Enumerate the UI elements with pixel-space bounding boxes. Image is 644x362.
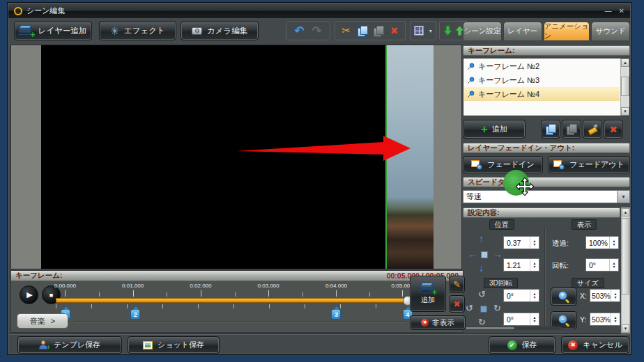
rotate-left-icon[interactable]: ↺ bbox=[466, 304, 473, 313]
keyframe-copy-button[interactable] bbox=[541, 120, 560, 139]
tab-layer[interactable]: レイヤー bbox=[503, 22, 542, 40]
redo-icon[interactable]: ↷ bbox=[312, 24, 322, 38]
move-center-icon[interactable] bbox=[481, 251, 488, 258]
settings-scrollbar[interactable]: ▲ ▼ bbox=[621, 207, 630, 333]
tab-animation[interactable]: アニメーション bbox=[544, 22, 590, 40]
template-save-button[interactable]: + テンプレ保存 bbox=[17, 336, 122, 354]
timeline-edit-button[interactable]: ✎ bbox=[449, 276, 465, 293]
move-up-arrow[interactable]: ↑ bbox=[479, 235, 484, 243]
timeline-track[interactable] bbox=[56, 298, 410, 303]
move-down-arrow[interactable]: ↓ bbox=[479, 264, 484, 272]
fade-out-button[interactable]: フェードアウト bbox=[548, 156, 630, 173]
keyframe-marker-2[interactable]: 2 bbox=[130, 309, 140, 320]
add-layer-button[interactable]: + レイヤー追加 bbox=[14, 21, 92, 40]
shot-save-button[interactable]: ショット保存 bbox=[128, 336, 220, 354]
play-button[interactable]: ▶ bbox=[20, 285, 38, 304]
undo-icon[interactable]: ↶ bbox=[294, 24, 304, 38]
keyframe-add-button[interactable]: + 追加 bbox=[463, 120, 526, 139]
effect-gear-icon: ✳ bbox=[110, 26, 119, 36]
delete-icon[interactable]: ✖ bbox=[390, 25, 399, 36]
copy-icon bbox=[546, 124, 555, 134]
keyframe-actions: + 追加 ✖ bbox=[463, 120, 630, 139]
pin-icon bbox=[467, 63, 475, 70]
keyframe-item-label: キーフレーム №2 bbox=[478, 61, 539, 72]
hide-button[interactable]: ✖ 非表示 bbox=[410, 315, 466, 330]
settings-hscrollbar[interactable] bbox=[464, 326, 562, 330]
grid-dropdown-icon[interactable]: ▾ bbox=[429, 28, 432, 34]
combo-dropdown-icon[interactable]: ▼ bbox=[617, 191, 629, 203]
cancel-x-icon: ✖ bbox=[568, 340, 578, 350]
opacity-spinner[interactable]: 100% ▲▼ bbox=[585, 236, 619, 249]
rotate-right-icon[interactable]: ↻ bbox=[493, 304, 501, 313]
timeline-add-keyframe-button[interactable]: + 追加 bbox=[410, 276, 446, 312]
cancel-label: キャンセル bbox=[583, 340, 622, 350]
move-left-arrow[interactable]: ← bbox=[468, 250, 477, 258]
clipboard-group: ✂ ✖ bbox=[335, 21, 406, 40]
timeline-delete-button[interactable]: ✖ bbox=[449, 295, 465, 313]
music-label: 音楽 bbox=[30, 316, 45, 326]
desktop: シーン編集 — ✕ + レイヤー追加 ✳ エフェクト カメラ編集 ↶ ↷ bbox=[0, 0, 644, 362]
rotate-center-icon[interactable] bbox=[480, 306, 487, 313]
scene-edit-window: シーン編集 — ✕ + レイヤー追加 ✳ エフェクト カメラ編集 ↶ ↷ bbox=[7, 2, 631, 355]
size-x-spinner[interactable]: 503% ▲▼ bbox=[590, 289, 620, 302]
cut-icon[interactable]: ✂ bbox=[342, 24, 351, 37]
rotation3d-y-spinner[interactable]: 0° ▲▼ bbox=[503, 313, 539, 326]
scroll-down-icon[interactable]: ▼ bbox=[622, 324, 629, 333]
effect-label: エフェクト bbox=[124, 26, 165, 36]
display-group-label: 表示 bbox=[572, 219, 597, 230]
position-x-value: 0.37 bbox=[507, 239, 521, 247]
rotation3d-y-value: 0° bbox=[507, 315, 514, 324]
keyframe-paste-button[interactable] bbox=[562, 120, 581, 139]
zoom-in-button[interactable]: + bbox=[551, 288, 577, 306]
hide-icon: ✖ bbox=[421, 319, 429, 326]
copy-icon[interactable] bbox=[358, 26, 367, 36]
preview-viewport[interactable] bbox=[10, 45, 462, 269]
cancel-button[interactable]: ✖ キャンセル bbox=[561, 336, 629, 354]
position-x-spinner[interactable]: 0.37 ▲▼ bbox=[503, 236, 539, 249]
keyframe-list-item[interactable]: キーフレーム №3 bbox=[464, 73, 620, 87]
red-arrow-annotation bbox=[11, 45, 462, 269]
rotation3d-x-spinner[interactable]: 0° ▲▼ bbox=[503, 289, 539, 302]
size-y-spinner[interactable]: 503% ▲▼ bbox=[590, 313, 620, 326]
timeline-header: キーフレーム: 00:05.000 / 00:05.000 bbox=[11, 271, 463, 281]
size-x-label: X: bbox=[580, 292, 587, 300]
music-button[interactable]: 音楽 > bbox=[17, 313, 68, 329]
scrollbar-thumb[interactable] bbox=[622, 218, 629, 294]
keyframe-delete-button[interactable]: ✖ bbox=[604, 120, 623, 139]
keyframe-list-scrollbar[interactable]: ▲ ▼ bbox=[620, 58, 629, 116]
timeline-header-label: キーフレーム: bbox=[15, 271, 62, 281]
keyframe-list-item[interactable]: キーフレーム №2 bbox=[464, 59, 620, 73]
rotate-up-icon[interactable]: ↺ bbox=[478, 290, 486, 299]
tab-scene-settings[interactable]: シーン設定 bbox=[463, 22, 502, 40]
settings-divider bbox=[544, 229, 545, 331]
grid-view-button[interactable]: ▾ bbox=[410, 21, 436, 40]
move-right-arrow[interactable]: → bbox=[493, 250, 503, 258]
tab-sound[interactable]: サウンド bbox=[591, 22, 630, 40]
close-icon[interactable]: ✕ bbox=[619, 7, 624, 15]
scroll-up-icon[interactable]: ▲ bbox=[622, 208, 629, 217]
fade-in-button[interactable]: フェードイン bbox=[463, 156, 543, 173]
rotate-down-icon[interactable]: ↻ bbox=[478, 318, 486, 326]
camera-edit-button[interactable]: カメラ編集 bbox=[181, 21, 259, 40]
paste-icon[interactable] bbox=[374, 26, 383, 36]
speed-type-select[interactable]: 等速 ▼ bbox=[463, 190, 630, 203]
snapshot-icon bbox=[143, 341, 153, 349]
keyframe-list-item-selected[interactable]: キーフレーム №4 bbox=[464, 87, 620, 101]
keyframe-marker-3[interactable]: 3 bbox=[331, 309, 341, 320]
rotation-spinner[interactable]: 0° ▲▼ bbox=[585, 258, 619, 272]
move-down-icon[interactable] bbox=[443, 26, 452, 36]
scroll-down-icon[interactable]: ▼ bbox=[621, 107, 629, 116]
layers-icon: + bbox=[20, 25, 33, 36]
keyframe-clear-button[interactable] bbox=[583, 120, 602, 139]
panel-tabs: シーン設定 レイヤー アニメーション サウンド bbox=[463, 22, 630, 40]
scrollbar-thumb[interactable] bbox=[621, 77, 629, 96]
effect-button[interactable]: ✳ エフェクト bbox=[99, 21, 176, 40]
position-y-spinner[interactable]: 1.21 ▲▼ bbox=[503, 258, 539, 272]
timeline-ruler[interactable]: 0:00.000 0:01.000 0:02.000 0:03.000 0:04… bbox=[54, 283, 411, 322]
add-layer-label: レイヤー追加 bbox=[38, 26, 87, 36]
scroll-up-icon[interactable]: ▲ bbox=[621, 58, 629, 67]
save-button[interactable]: ✔ 保存 bbox=[489, 336, 555, 354]
minimize-icon[interactable]: — bbox=[605, 7, 612, 15]
tick-label: 0:04.000 bbox=[325, 283, 347, 289]
tick-label: 0:01.000 bbox=[122, 283, 144, 289]
